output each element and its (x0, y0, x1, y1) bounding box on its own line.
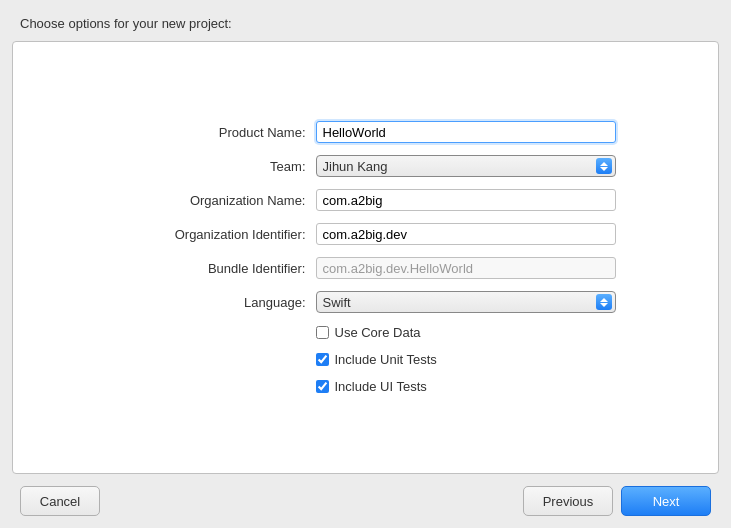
language-label: Language: (116, 295, 316, 310)
org-id-label: Organization Identifier: (116, 227, 316, 242)
language-select[interactable]: Swift Objective-C (316, 291, 616, 313)
language-select-wrapper: Swift Objective-C (316, 291, 616, 313)
next-button[interactable]: Next (621, 486, 711, 516)
team-select-wrapper: Jihun Kang (316, 155, 616, 177)
unit-tests-label[interactable]: Include Unit Tests (335, 352, 437, 367)
ui-tests-row: Include UI Tests (316, 379, 616, 394)
previous-button[interactable]: Previous (523, 486, 613, 516)
main-panel: Product Name: Team: Jihun Kang Organizat… (12, 41, 719, 474)
org-id-input[interactable] (316, 223, 616, 245)
team-select[interactable]: Jihun Kang (316, 155, 616, 177)
right-buttons: Previous Next (523, 486, 711, 516)
org-name-row: Organization Name: (116, 189, 616, 211)
use-core-data-checkbox[interactable] (316, 326, 329, 339)
bundle-id-value: com.a2big.dev.HelloWorld (316, 257, 616, 279)
footer: Cancel Previous Next (0, 474, 731, 528)
product-name-label: Product Name: (116, 125, 316, 140)
header: Choose options for your new project: (0, 0, 731, 41)
use-core-data-row: Use Core Data (316, 325, 616, 340)
org-name-label: Organization Name: (116, 193, 316, 208)
team-row: Team: Jihun Kang (116, 155, 616, 177)
team-label: Team: (116, 159, 316, 174)
bundle-id-label: Bundle Identifier: (116, 261, 316, 276)
cancel-button[interactable]: Cancel (20, 486, 100, 516)
ui-tests-label[interactable]: Include UI Tests (335, 379, 427, 394)
use-core-data-label[interactable]: Use Core Data (335, 325, 421, 340)
org-id-row: Organization Identifier: (116, 223, 616, 245)
unit-tests-checkbox[interactable] (316, 353, 329, 366)
product-name-input[interactable] (316, 121, 616, 143)
unit-tests-row: Include Unit Tests (316, 352, 616, 367)
form: Product Name: Team: Jihun Kang Organizat… (116, 121, 616, 394)
bundle-id-row: Bundle Identifier: com.a2big.dev.HelloWo… (116, 257, 616, 279)
product-name-row: Product Name: (116, 121, 616, 143)
org-name-input[interactable] (316, 189, 616, 211)
header-title: Choose options for your new project: (20, 16, 232, 31)
language-row: Language: Swift Objective-C (116, 291, 616, 313)
ui-tests-checkbox[interactable] (316, 380, 329, 393)
